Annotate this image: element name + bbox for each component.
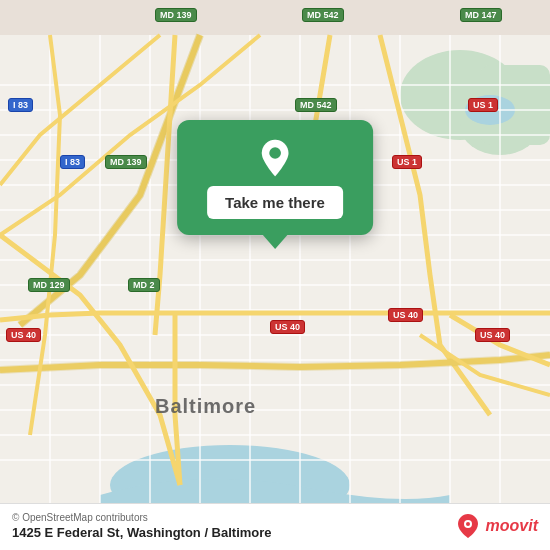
shield-i83-mid: I 83	[60, 155, 85, 169]
shield-us40-mid: US 40	[270, 320, 305, 334]
shield-md139-top: MD 139	[155, 8, 197, 22]
shield-md147: MD 147	[460, 8, 502, 22]
bottom-bar: © OpenStreetMap contributors 1425 E Fede…	[0, 503, 550, 550]
popup-card: Take me there	[177, 120, 373, 235]
moovit-logo: moovit	[454, 512, 538, 540]
shield-us40-left: US 40	[6, 328, 41, 342]
take-me-there-button[interactable]: Take me there	[207, 186, 343, 219]
location-pin-icon	[255, 138, 295, 178]
shield-us40-right1: US 40	[388, 308, 423, 322]
svg-point-34	[269, 147, 281, 159]
shield-md139-mid: MD 139	[105, 155, 147, 169]
svg-text:Baltimore: Baltimore	[155, 395, 256, 417]
shield-md542-mid: MD 542	[295, 98, 337, 112]
address-text: 1425 E Federal St, Washington / Baltimor…	[12, 525, 272, 540]
shield-md129: MD 129	[28, 278, 70, 292]
shield-us1-mid: US 1	[392, 155, 422, 169]
shield-md542-top: MD 542	[302, 8, 344, 22]
copyright-text: © OpenStreetMap contributors	[12, 512, 272, 523]
svg-point-36	[466, 522, 470, 526]
bottom-left-info: © OpenStreetMap contributors 1425 E Fede…	[12, 512, 272, 540]
shield-md2: MD 2	[128, 278, 160, 292]
map-container: Baltimore MD 139 MD 542 MD 147 I 83 I 83…	[0, 0, 550, 550]
shield-us40-right2: US 40	[475, 328, 510, 342]
moovit-text: moovit	[486, 517, 538, 535]
shield-i83-top: I 83	[8, 98, 33, 112]
moovit-icon	[454, 512, 482, 540]
shield-us1-top: US 1	[468, 98, 498, 112]
